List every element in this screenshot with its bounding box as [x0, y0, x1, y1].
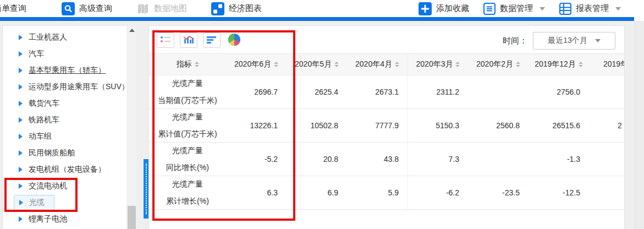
view-switcher	[157, 32, 243, 48]
horizontal-bar-chart-button[interactable]	[203, 32, 221, 48]
menu-economic-charts[interactable]: 经济图表	[211, 2, 262, 15]
menu-report-management[interactable]: 报表管理	[559, 3, 621, 15]
toolbar-right-group: 添加收藏 数据管理 报表管理	[419, 2, 621, 15]
column-header-label: 2020年6月	[234, 59, 271, 69]
expand-arrow-icon	[19, 150, 23, 156]
sidebar-item[interactable]: 民用钢质船舶	[3, 145, 126, 161]
expand-arrow-icon	[19, 183, 23, 189]
value-cell: 13226.1	[226, 109, 287, 142]
data-panel: 时间： 最近13个月 指标2020年6月2020年5月2020年4月2020年3…	[148, 25, 625, 229]
list-view-icon	[160, 35, 171, 46]
value-cell: 6.9	[287, 176, 347, 209]
sort-icon[interactable]	[274, 62, 278, 67]
data-table: 指标2020年6月2020年5月2020年4月2020年3月2020年2月201…	[149, 53, 625, 210]
page-scrollbar[interactable]	[635, 21, 644, 229]
table-row: 光缆产量同比增长(%)-5.220.843.87.3-1.3	[149, 143, 625, 176]
sidebar-item[interactable]: 铁路机车	[3, 112, 126, 128]
time-filter-label: 时间：	[503, 36, 527, 46]
sidebar-item[interactable]: 运动型多用途乘用车（SUV）	[3, 79, 126, 95]
sidebar-item-content: 铁路机车	[19, 115, 59, 125]
sidebar-item-label: 动车组	[29, 132, 52, 141]
sidebar-item[interactable]: 光缆	[3, 194, 126, 211]
sidebar-item[interactable]: 载货汽车	[3, 95, 126, 112]
expand-arrow-icon	[19, 167, 23, 172]
bar-line-chart-button[interactable]	[180, 32, 197, 48]
column-header[interactable]: 2019年12月	[529, 54, 589, 75]
sidebar-item[interactable]: 锂离子电池	[3, 211, 126, 227]
time-range-select[interactable]: 最近13个月	[533, 32, 615, 50]
scroll-up-arrow-icon[interactable]	[127, 25, 136, 35]
column-header[interactable]: 指标	[149, 54, 226, 75]
value-cell	[468, 143, 529, 176]
sidebar-item-label: 交流电动机	[29, 181, 67, 191]
sidebar-item-content: 民用钢质船舶	[19, 148, 75, 158]
menu-data-map: 数据地图	[136, 2, 187, 15]
column-header[interactable]: 2020年2月	[468, 54, 529, 75]
sort-icon[interactable]	[334, 62, 339, 67]
value-cell: 26515.6	[529, 109, 589, 142]
menu-data-map-label: 数据地图	[154, 3, 187, 14]
column-header-label: 2020年3月	[416, 59, 453, 69]
sidebar-item-label: 锂离子电池	[29, 214, 67, 224]
indicator-measure: 当期值(万芯千米)	[158, 96, 217, 106]
list-view-button[interactable]	[157, 32, 174, 48]
value-cell: 2673.1	[347, 75, 408, 108]
menu-data-management[interactable]: 数据管理	[483, 3, 545, 15]
sidebar-item-content: 工业机器人	[19, 32, 67, 42]
sidebar-item-content: 锂离子电池	[19, 214, 67, 224]
horizontal-bar-chart-icon	[206, 35, 217, 46]
sidebar-item[interactable]: 发电机组（发电设备）	[3, 161, 126, 178]
advanced-search-icon	[62, 2, 75, 15]
value-cell: 7777.9	[347, 109, 408, 142]
column-header-label: 2019年12月	[535, 59, 576, 69]
expand-arrow-icon	[19, 68, 23, 73]
indicator-cell: 光缆产量同比增长(%)	[149, 143, 226, 176]
menu-add-favorite[interactable]: 添加收藏	[419, 2, 469, 15]
scrollbar-thumb[interactable]	[128, 206, 136, 229]
economic-charts-icon	[211, 2, 224, 15]
sort-icon[interactable]	[395, 62, 399, 67]
menu-data-management-label: 数据管理	[500, 3, 533, 14]
menu-add-favorite-label: 添加收藏	[436, 3, 469, 14]
data-management-icon	[483, 3, 496, 15]
sidebar-item[interactable]: 动车组	[3, 128, 126, 145]
sidebar-item-label: 铁路机车	[29, 115, 59, 125]
sort-icon[interactable]	[579, 62, 583, 67]
column-header-label: 2020年4月	[355, 59, 392, 69]
column-header[interactable]: 2020年6月	[226, 54, 287, 75]
table-row: 光缆产量累计值(万芯千米)13226.110502.87777.95150.32…	[149, 109, 625, 143]
bar-line-chart-icon	[183, 35, 194, 46]
value-cell: 2560.8	[468, 109, 529, 142]
value-cell: -5.2	[226, 143, 287, 176]
column-header[interactable]: 2020年5月	[287, 54, 347, 75]
sidebar-item[interactable]: 汽车	[3, 46, 126, 62]
sort-icon[interactable]	[516, 62, 520, 67]
sort-icon[interactable]	[455, 62, 460, 67]
value-cell: 7.3	[408, 143, 468, 176]
value-cell: -1.3	[529, 143, 589, 176]
add-favorite-icon	[419, 2, 432, 15]
column-header[interactable]: 2020年4月	[347, 54, 408, 75]
table-header-row: 指标2020年6月2020年5月2020年4月2020年3月2020年2月201…	[149, 53, 625, 75]
table-row: 光缆产量累计增长(%)6.36.95.9-6.2-23.5-12.5	[149, 176, 625, 210]
expand-arrow-icon	[19, 101, 23, 106]
menu-advanced-query[interactable]: 高级查询	[62, 2, 112, 15]
menu-simple-query[interactable]: 简单查询	[0, 3, 26, 14]
sidebar-item[interactable]: 交流电动机	[3, 178, 126, 194]
value-cell	[589, 75, 625, 108]
sidebar-item-label: 基本型乘用车（轿车）	[29, 66, 106, 75]
column-header[interactable]: 2019年	[589, 54, 625, 75]
pie-chart-button[interactable]	[226, 32, 243, 48]
table-row: 光缆产量当期值(万芯千米)2696.72625.42673.12311.2275…	[149, 75, 625, 109]
sidebar-scrollbar[interactable]	[127, 25, 136, 229]
sort-icon[interactable]	[195, 62, 199, 67]
sidebar-item[interactable]: 基本型乘用车（轿车）	[3, 62, 126, 79]
menu-economic-charts-label: 经济图表	[229, 3, 262, 14]
sidebar-item[interactable]: 工业机器人	[3, 29, 126, 46]
sidebar-item-label: 民用钢质船舶	[29, 148, 75, 158]
column-header[interactable]: 2020年3月	[408, 54, 468, 75]
expand-arrow-icon	[19, 51, 23, 57]
sidebar-item-label: 汽车	[29, 49, 44, 59]
indicator-measure: 累计值(万芯千米)	[158, 129, 217, 139]
indicator-cell: 光缆产量当期值(万芯千米)	[149, 75, 226, 108]
